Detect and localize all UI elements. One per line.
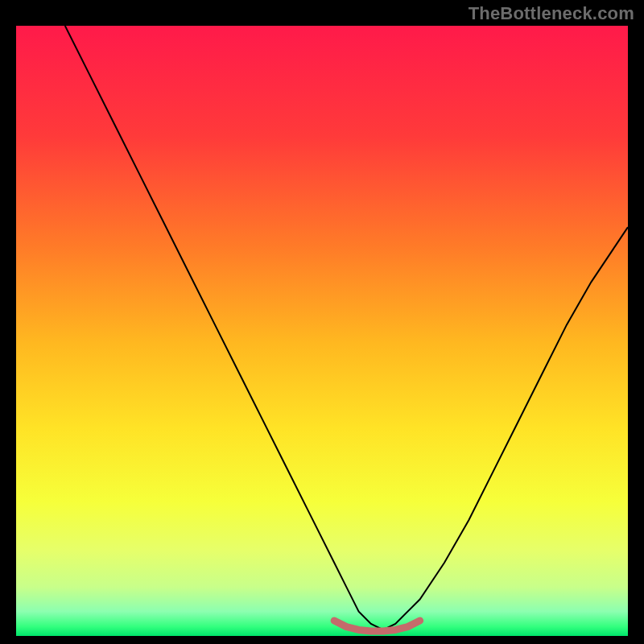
chart-container: TheBottleneck.com (0, 0, 644, 644)
watermark-text: TheBottleneck.com (469, 3, 634, 24)
gradient-background (16, 26, 628, 636)
chart-plot (16, 26, 628, 636)
